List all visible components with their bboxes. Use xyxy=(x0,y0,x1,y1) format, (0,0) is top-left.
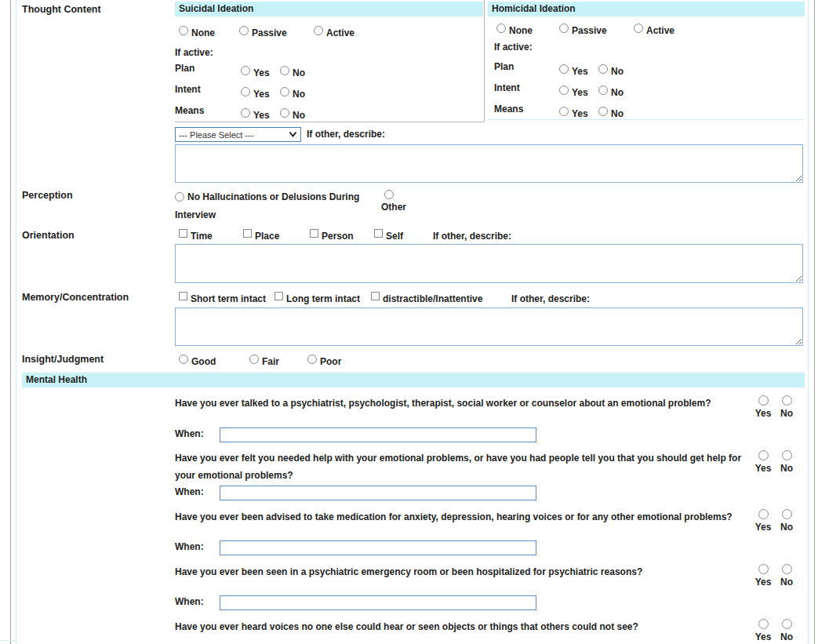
radio-icon xyxy=(559,107,569,116)
when-label: When: xyxy=(175,428,220,439)
when-label: When: xyxy=(175,540,220,552)
no-radio[interactable] xyxy=(782,564,792,574)
no-label: No xyxy=(780,408,793,419)
yes-radio[interactable] xyxy=(758,450,769,460)
radio-icon xyxy=(307,355,317,364)
radio-icon xyxy=(496,24,506,33)
perception-no-hallucinations-radio[interactable]: No Hallucinations or Delusions During In… xyxy=(175,188,395,224)
no-radio[interactable] xyxy=(782,450,792,460)
perception-label: Perception xyxy=(22,190,73,201)
mh-q4-yesno-group: Yes No xyxy=(751,564,798,588)
suicidal-if-active-label: If active: xyxy=(175,47,213,58)
no-label: No xyxy=(780,463,793,474)
suicidal-plan-label: Plan xyxy=(175,63,195,74)
mh-q4-when-input[interactable] xyxy=(220,595,536,610)
when-label: When: xyxy=(175,595,220,607)
suicidal-active-radio[interactable]: Active xyxy=(314,26,355,37)
left-outer-border xyxy=(10,0,11,644)
suicidal-plan-no-radio[interactable]: No xyxy=(280,66,305,77)
homicidal-none-radio[interactable]: None xyxy=(496,24,533,35)
yes-radio[interactable] xyxy=(758,395,769,406)
right-outer-border xyxy=(814,0,815,644)
homicidal-intent-yes-radio[interactable]: Yes xyxy=(559,86,588,96)
mh-q2-when-input[interactable] xyxy=(220,486,536,500)
mh-q1-when-input[interactable] xyxy=(220,428,536,442)
no-radio[interactable] xyxy=(782,395,792,406)
homicidal-means-yes-radio[interactable]: Yes xyxy=(559,107,588,118)
orientation-describe-textarea[interactable] xyxy=(175,244,803,283)
ideation-column-divider xyxy=(484,0,485,122)
radio-icon xyxy=(559,24,569,33)
checkbox-icon xyxy=(243,229,252,238)
selected-value: --- Please Select --- xyxy=(179,130,289,140)
checkbox-icon xyxy=(179,229,187,238)
mental-health-header: Mental Health xyxy=(22,373,805,387)
homicidal-plan-no-radio[interactable]: No xyxy=(598,64,624,75)
yes-radio[interactable] xyxy=(758,619,769,629)
radio-icon xyxy=(559,64,569,74)
no-label: No xyxy=(780,522,793,533)
orientation-place-checkbox[interactable]: Place xyxy=(243,229,279,240)
memory-long-term-checkbox[interactable]: Long term intact xyxy=(275,292,360,303)
homicidal-if-active-label: If active: xyxy=(494,42,533,53)
mh-q3-when-row: When: xyxy=(175,540,536,555)
insight-fair-radio[interactable]: Fair xyxy=(249,355,279,366)
suicidal-means-no-radio[interactable]: No xyxy=(280,108,305,119)
homicidal-active-radio[interactable]: Active xyxy=(634,24,674,35)
memory-label: Memory/Concentration xyxy=(22,292,129,303)
ideation-describe-textarea[interactable] xyxy=(175,144,803,183)
radio-icon xyxy=(314,26,323,35)
no-label: No xyxy=(780,631,793,642)
memory-distractible-checkbox[interactable]: distractible/Inattentive xyxy=(371,292,482,303)
radio-icon xyxy=(179,26,188,35)
no-radio[interactable] xyxy=(782,509,792,519)
homicidal-plan-yes-radio[interactable]: Yes xyxy=(559,64,588,75)
mh-question-2: Have you ever felt you needed help with … xyxy=(175,449,751,484)
right-inner-border xyxy=(808,0,809,644)
suicidal-bottom-line xyxy=(175,122,484,122)
yes-label: Yes xyxy=(755,577,772,588)
perception-other-radio[interactable]: Other xyxy=(381,190,406,213)
homicidal-passive-radio[interactable]: Passive xyxy=(559,24,607,35)
yes-radio[interactable] xyxy=(758,564,769,574)
radio-icon xyxy=(280,66,289,75)
homicidal-bottom-line xyxy=(488,119,805,120)
yes-radio[interactable] xyxy=(758,509,769,519)
ideation-if-other-label: If other, describe: xyxy=(307,129,385,140)
memory-if-other-label: If other, describe: xyxy=(511,293,590,304)
orientation-self-checkbox[interactable]: Self xyxy=(374,229,403,240)
mh-q3-when-input[interactable] xyxy=(220,540,536,555)
suicidal-passive-radio[interactable]: Passive xyxy=(239,26,287,37)
suicidal-plan-yes-radio[interactable]: Yes xyxy=(241,66,270,77)
radio-icon xyxy=(241,108,250,118)
orientation-person-checkbox[interactable]: Person xyxy=(310,229,354,240)
radio-icon xyxy=(559,86,569,95)
checkbox-icon xyxy=(275,292,283,300)
suicidal-means-yes-radio[interactable]: Yes xyxy=(241,108,270,119)
insight-poor-radio[interactable]: Poor xyxy=(307,355,341,366)
chevron-down-icon xyxy=(289,131,297,138)
checkbox-icon xyxy=(310,229,318,238)
suicidal-intent-yes-radio[interactable]: Yes xyxy=(241,87,270,98)
memory-short-term-checkbox[interactable]: Short term intact xyxy=(179,292,266,303)
yes-label: Yes xyxy=(755,522,772,533)
no-radio[interactable] xyxy=(782,619,792,629)
insight-label: Insight/Judgment xyxy=(22,354,104,365)
homicidal-means-no-radio[interactable]: No xyxy=(598,107,624,118)
checkbox-icon xyxy=(371,292,380,300)
suicidal-none-radio[interactable]: None xyxy=(179,26,215,37)
mh-q5-yesno-group: Yes No xyxy=(751,619,798,642)
suicidal-intent-no-radio[interactable]: No xyxy=(280,87,305,98)
mh-q2-yesno-group: Yes No xyxy=(751,450,798,474)
ideation-type-select[interactable]: --- Please Select --- xyxy=(175,127,301,142)
radio-icon xyxy=(249,355,259,364)
mh-q1-yesno-group: Yes No xyxy=(751,395,798,419)
thought-content-label: Thought Content xyxy=(22,4,101,15)
checkbox-icon xyxy=(179,292,187,300)
mh-question-5: Have you ever heard voices no one else c… xyxy=(175,618,751,635)
orientation-time-checkbox[interactable]: Time xyxy=(179,229,213,240)
insight-good-radio[interactable]: Good xyxy=(179,355,216,366)
homicidal-intent-no-radio[interactable]: No xyxy=(598,86,624,96)
suicidal-means-label: Means xyxy=(175,105,204,116)
memory-describe-textarea[interactable] xyxy=(175,307,803,346)
